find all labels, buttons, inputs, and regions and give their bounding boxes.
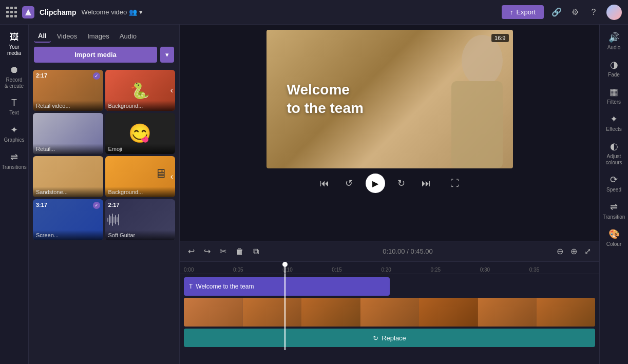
play-button[interactable]: ▶ <box>366 174 385 193</box>
media-duration: 2:17 <box>108 202 120 208</box>
text-track-label: Welcome to the team <box>196 283 254 290</box>
sidebar-item-record-create[interactable]: ⏺ Record& create <box>2 62 27 92</box>
export-button[interactable]: ↑ Export <box>502 5 544 19</box>
media-panel-header: All Videos Images Audio Import media ▾ <box>29 25 179 70</box>
colour-icon: 🎨 <box>608 228 620 240</box>
fullscreen-button[interactable]: ⛶ <box>447 175 463 191</box>
video-track[interactable] <box>184 298 595 327</box>
zoom-in-button[interactable]: ⊕ <box>568 244 579 258</box>
fit-button[interactable]: ⤢ <box>582 244 593 258</box>
bg2-icon: 🖥 <box>155 166 167 181</box>
right-tool-audio[interactable]: 🔊 Audio <box>602 29 626 54</box>
list-item[interactable]: 🐍 ‹ Background... <box>105 70 176 111</box>
right-tool-fade[interactable]: ◑ Fade <box>602 56 626 81</box>
tab-videos[interactable]: Videos <box>53 30 82 43</box>
video-frame <box>419 298 478 327</box>
tab-audio[interactable]: Audio <box>116 30 141 43</box>
forward-button[interactable]: ↻ <box>393 175 410 191</box>
preview-text-overlay: Welcome to the team <box>287 81 364 118</box>
settings-icon[interactable]: ⚙ <box>569 7 581 18</box>
cut-button[interactable]: ✂ <box>218 244 229 258</box>
media-item-label: Background... <box>105 187 176 197</box>
list-item[interactable]: 2:17 ✓ Retail video... <box>33 70 103 111</box>
sidebar-item-your-media[interactable]: 🖼 Your media <box>2 29 27 60</box>
app-logo <box>22 6 34 18</box>
preview-person <box>410 30 513 168</box>
transitions-icon: ⇌ <box>10 151 18 163</box>
topbar: Clipchamp Welcome video 👥 ▾ ↑ Export 🔗 ⚙… <box>0 0 628 25</box>
help-icon[interactable]: ? <box>588 7 599 18</box>
avatar[interactable] <box>606 5 622 20</box>
right-tool-effects[interactable]: ✦ Effects <box>602 110 626 136</box>
svg-point-0 <box>462 35 503 86</box>
replace-icon: ↻ <box>373 334 378 342</box>
skip-to-end-button[interactable]: ⏭ <box>418 175 434 191</box>
undo-button[interactable]: ↩ <box>186 244 197 258</box>
text-track-icon: T <box>189 283 193 290</box>
right-tool-filters[interactable]: ▦ Filters <box>602 83 626 108</box>
list-item[interactable]: Retail... <box>33 113 103 154</box>
ruler-mark: 0:30 <box>480 267 490 273</box>
sidebar-icons: 🖼 Your media ⏺ Record& create T Text ✦ G… <box>0 25 29 364</box>
text-icon: T <box>11 98 17 108</box>
list-item[interactable]: Sandstone... <box>33 156 103 197</box>
adjust-colours-icon: ◐ <box>610 141 618 152</box>
video-frame <box>478 298 537 327</box>
ruler-mark: 0:20 <box>381 267 391 273</box>
ruler-mark: 0:35 <box>529 267 539 273</box>
list-item[interactable]: 😋 Emoji <box>105 113 176 154</box>
import-btn-row: Import media ▾ <box>34 47 174 63</box>
text-track[interactable]: T Welcome to the team <box>184 277 390 296</box>
video-frame <box>243 298 302 327</box>
sidebar-item-graphics[interactable]: ✦ Graphics <box>2 121 27 146</box>
media-check: ✓ <box>93 72 100 80</box>
redo-button[interactable]: ↪ <box>202 244 213 258</box>
right-tool-colour[interactable]: 🎨 Colour <box>602 225 626 251</box>
transition-icon: ⇌ <box>610 201 618 213</box>
project-name[interactable]: Welcome video 👥 ▾ <box>82 8 143 16</box>
zoom-out-button[interactable]: ⊖ <box>555 244 565 258</box>
app-grid-icon[interactable] <box>6 7 17 17</box>
media-duration: 3:17 <box>36 202 47 208</box>
skip-to-start-button[interactable]: ⏮ <box>316 175 333 191</box>
list-item[interactable]: ‹ 🖥 Background... <box>105 156 176 197</box>
preview-area: Welcome to the team 16:9 ⏮ ↺ ▶ ↻ ⏭ ⛶ <box>180 25 599 241</box>
app-title: Clipchamp <box>40 8 77 16</box>
sidebar-item-transitions[interactable]: ⇌ Transitions <box>2 148 27 174</box>
delete-button[interactable]: 🗑 <box>234 245 246 258</box>
right-tool-speed[interactable]: ⟳ Speed <box>602 171 626 196</box>
media-tabs: All Videos Images Audio <box>34 30 174 43</box>
collapse-icon[interactable]: ‹ <box>170 86 173 95</box>
list-item[interactable]: 2:17 Soft Guitar <box>105 199 176 240</box>
topbar-right: ↑ Export 🔗 ⚙ ? <box>502 5 622 20</box>
collapse-icon[interactable]: ‹ <box>170 172 173 181</box>
right-tool-transition[interactable]: ⇌ Transition <box>602 198 626 223</box>
record-icon: ⏺ <box>10 65 19 75</box>
media-icon: 🖼 <box>10 32 19 43</box>
filters-icon: ▦ <box>610 86 618 98</box>
media-item-label: Sandstone... <box>33 187 103 197</box>
tab-images[interactable]: Images <box>83 30 113 43</box>
list-item[interactable]: 3:17 ✓ Screen... <box>33 199 103 240</box>
import-dropdown-button[interactable]: ▾ <box>160 47 174 63</box>
timeline-ruler: 0:00 0:05 0:10 0:15 0:20 0:25 0:30 0:35 <box>180 262 599 274</box>
media-panel: All Videos Images Audio Import media ▾ 2… <box>29 25 180 364</box>
share-icon[interactable]: 🔗 <box>551 7 562 18</box>
copy-button[interactable]: ⧉ <box>251 245 261 258</box>
import-media-button[interactable]: Import media <box>34 47 157 63</box>
ruler-mark: 0:05 <box>233 267 243 273</box>
video-frame <box>184 298 243 327</box>
sidebar-item-text[interactable]: T Text <box>2 94 27 119</box>
svg-rect-1 <box>451 81 503 168</box>
speed-icon: ⟳ <box>610 174 618 185</box>
audio-track[interactable]: ↻ Replace <box>184 329 595 347</box>
playhead <box>284 262 286 274</box>
text-track-row: T Welcome to the team <box>184 277 595 296</box>
media-check: ✓ <box>93 202 100 209</box>
tab-all[interactable]: All <box>34 30 51 43</box>
right-tool-adjust-colours[interactable]: ◐ Adjust colours <box>602 138 626 169</box>
center-area: Welcome to the team 16:9 ⏮ ↺ ▶ ↻ ⏭ ⛶ ↩ ↪… <box>180 25 599 364</box>
video-frame <box>360 298 420 327</box>
effects-icon: ✦ <box>610 113 618 125</box>
rewind-button[interactable]: ↺ <box>341 175 357 191</box>
